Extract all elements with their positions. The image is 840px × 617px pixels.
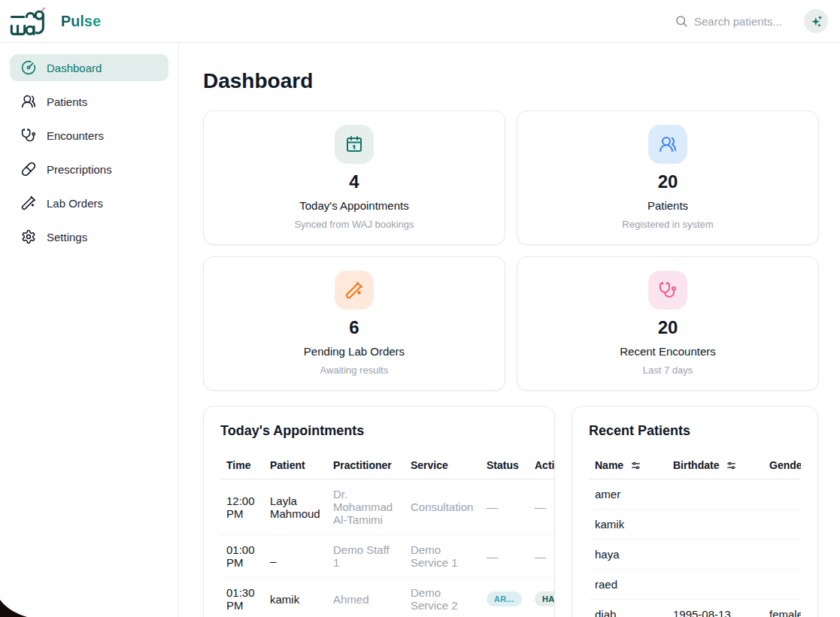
appt-time: 01:30 PM: [220, 578, 264, 617]
patient-birthdate: [667, 540, 763, 570]
stat-card-encounters: 20 Recent Encounters Last 7 days: [517, 256, 819, 391]
stats-grid: 4 Today's Appointments Synced from WAJ b…: [203, 110, 819, 391]
stat-sublabel: Registered in system: [517, 219, 818, 230]
appt-status: —: [481, 535, 529, 578]
status-badge: AR...: [487, 591, 522, 606]
col-patient: Patient: [264, 455, 327, 479]
stat-sublabel: Awaiting results: [204, 364, 505, 376]
patient-gender: [763, 510, 801, 540]
appointment-row: 01:30 PM kamik Ahmed Demo Service 2 AR..…: [220, 578, 555, 617]
sparkles-icon: [810, 15, 823, 28]
col-birthdate: Birthdate: [667, 455, 763, 479]
test-tube-icon: [21, 195, 36, 210]
patient-gender: [763, 540, 801, 570]
patient-birthdate: [667, 479, 763, 510]
mouse-cursor: [0, 597, 27, 617]
stat-card-appointments: 4 Today's Appointments Synced from WAJ b…: [203, 110, 505, 245]
main-content: Dashboard 4 Today's Appointments Synced …: [179, 43, 840, 617]
gear-icon: [21, 229, 36, 244]
col-service: Service: [405, 455, 481, 479]
search-icon: [675, 14, 688, 28]
patient-row[interactable]: kamik: [589, 510, 801, 540]
gauge-icon: [21, 60, 36, 75]
sidebar-item-dashboard[interactable]: Dashboard: [10, 54, 168, 81]
sidebar-item-prescriptions[interactable]: Prescriptions: [10, 156, 168, 183]
page-title: Dashboard: [203, 69, 819, 93]
recent-patients-panel: Recent Patients Name: [572, 406, 818, 617]
patient-row[interactable]: diab 1995-08-13 female: [589, 600, 801, 617]
appt-status: —: [481, 479, 529, 535]
appointments-panel: Today's Appointments Time Patient Practi…: [203, 406, 555, 617]
appt-time: 12:00 PM: [220, 479, 264, 535]
sidebar-item-label: Lab Orders: [47, 197, 103, 210]
ai-assistant-button[interactable]: [804, 9, 828, 33]
appt-service: Consultation: [405, 479, 481, 535]
sidebar-item-label: Prescriptions: [47, 163, 112, 176]
pill-icon: [21, 162, 36, 177]
patient-birthdate: 1995-08-13: [667, 600, 763, 617]
stethoscope-icon: [21, 128, 36, 143]
sidebar-item-encounters[interactable]: Encounters: [10, 122, 168, 149]
stat-value: 6: [204, 317, 505, 338]
appt-practitioner: Ahmed: [327, 578, 405, 617]
patient-name: raed: [589, 570, 667, 600]
search-input[interactable]: [694, 15, 790, 28]
appt-practitioner: Demo Staff 1: [327, 535, 405, 578]
stat-value: 4: [204, 171, 505, 192]
waj-logo: [9, 5, 51, 37]
stat-card-lab-orders: 6 Pending Lab Orders Awaiting results: [203, 256, 505, 391]
col-practitioner: Practitioner: [327, 455, 405, 479]
patient-row[interactable]: amer: [589, 479, 801, 510]
users-icon: [21, 94, 36, 109]
stat-label: Today's Appointments: [204, 199, 505, 212]
appt-time: 01:00 PM: [220, 535, 264, 578]
sidebar-item-patients[interactable]: Patients: [10, 88, 168, 115]
sidebar-item-settings[interactable]: Settings: [10, 223, 168, 250]
col-name: Name: [589, 455, 667, 479]
patient-name: haya: [589, 540, 667, 570]
patient-gender: [763, 570, 801, 600]
col-actions: Actions: [529, 455, 555, 479]
calendar-icon: [335, 125, 374, 164]
appt-service: Demo Service 2: [405, 578, 481, 617]
appointments-title: Today's Appointments: [220, 423, 538, 439]
patient-birthdate: [667, 570, 763, 600]
patient-name: diab: [589, 600, 667, 617]
stethoscope-icon: [648, 271, 687, 310]
appt-patient: Layla Mahmoud: [264, 479, 327, 535]
sidebar-item-label: Settings: [47, 231, 87, 243]
appt-action: —: [529, 479, 555, 535]
app-title: Pulse: [61, 13, 101, 30]
sidebar-item-label: Patients: [47, 95, 87, 108]
patient-row[interactable]: raed: [589, 570, 801, 600]
appt-practitioner: Dr. Mohammad Al-Tamimi: [327, 479, 405, 535]
search-box[interactable]: [675, 14, 790, 28]
patient-birthdate: [667, 510, 763, 540]
sort-filter-icon[interactable]: [726, 461, 736, 470]
stat-sublabel: Synced from WAJ bookings: [204, 219, 505, 230]
test-tube-icon: [335, 271, 374, 310]
appt-service: Demo Service 1: [405, 535, 481, 578]
stat-label: Pending Lab Orders: [204, 345, 505, 358]
sidebar: Dashboard Patients Encounters Prescripti…: [0, 43, 179, 617]
appointments-table: Time Patient Practitioner Service Status…: [220, 455, 555, 617]
stat-value: 20: [517, 171, 818, 192]
patient-name: amer: [589, 479, 667, 510]
stat-label: Patients: [517, 199, 818, 212]
stat-value: 20: [517, 317, 818, 338]
col-status: Status: [481, 455, 529, 479]
action-badge[interactable]: HAS: [535, 591, 555, 606]
appt-patient: kamik: [264, 578, 327, 617]
sidebar-item-lab-orders[interactable]: Lab Orders: [10, 189, 168, 216]
appointment-row: 01:00 PM _ Demo Staff 1 Demo Service 1 —…: [220, 535, 555, 578]
top-bar: Pulse: [0, 0, 840, 43]
appt-patient: _: [264, 535, 327, 578]
patient-gender: [763, 479, 801, 510]
appt-action: —: [529, 535, 555, 578]
sort-filter-icon[interactable]: [631, 461, 641, 470]
stat-card-patients: 20 Patients Registered in system: [517, 110, 819, 245]
recent-patients-table: Name Birthdate G: [589, 455, 801, 617]
stat-sublabel: Last 7 days: [517, 364, 818, 376]
patient-row[interactable]: haya: [589, 540, 801, 570]
sidebar-item-label: Encounters: [47, 129, 104, 142]
